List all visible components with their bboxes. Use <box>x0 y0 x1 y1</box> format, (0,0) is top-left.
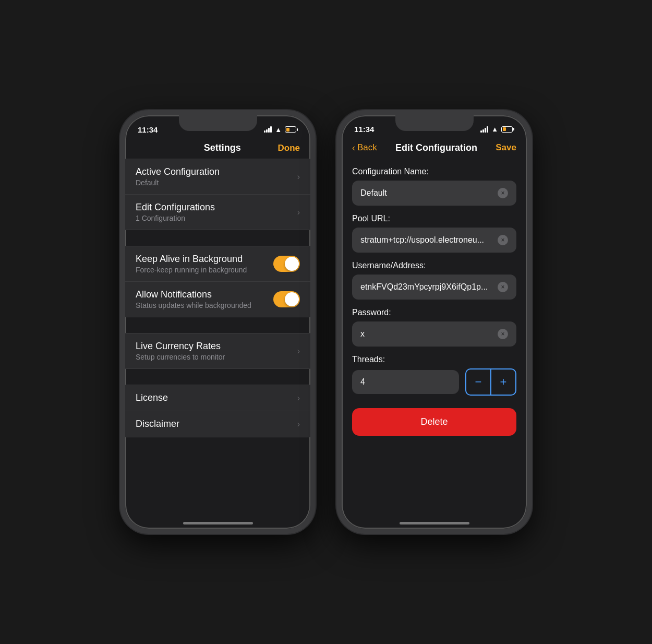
chevron-right-icon: › <box>297 208 300 217</box>
allow-notifications-item: Allow Notifications Status updates while… <box>125 282 310 317</box>
notifications-toggle[interactable] <box>273 291 300 307</box>
live-currency-item[interactable]: Live Currency Rates Setup currencies to … <box>125 333 310 369</box>
notch <box>179 115 257 131</box>
threads-row: 4 − + <box>352 368 516 396</box>
threads-label: Threads: <box>352 355 516 364</box>
item-title: Live Currency Rates <box>136 341 297 352</box>
home-indicator <box>400 522 469 524</box>
page-title: Settings <box>204 142 241 153</box>
active-configuration-item[interactable]: Active Configuration Default › <box>125 159 310 195</box>
settings-group-background: Keep Alive in Background Force-keep runn… <box>125 246 310 317</box>
back-button[interactable]: ‹ Back <box>352 142 377 153</box>
config-name-input[interactable]: Default × <box>352 181 516 206</box>
keep-alive-toggle[interactable] <box>273 256 300 272</box>
pool-url-clear[interactable]: × <box>498 235 508 245</box>
chevron-right-icon: › <box>297 172 300 182</box>
done-button[interactable]: Done <box>277 143 300 153</box>
item-text: Keep Alive in Background Force-keep runn… <box>136 254 273 274</box>
username-value: etnkFVQd23mYpcyrpj9X6ifQp1p... <box>360 282 498 292</box>
password-input[interactable]: x × <box>352 321 516 347</box>
pool-url-value: stratum+tcp://uspool.electroneu... <box>360 235 498 245</box>
item-subtitle: Status updates while backgrounded <box>136 301 273 309</box>
toggle-knob <box>285 257 299 271</box>
spacer <box>125 317 310 333</box>
threads-stepper: − + <box>465 368 516 396</box>
disclaimer-item[interactable]: Disclaimer › <box>125 411 310 437</box>
settings-group-config: Active Configuration Default › Edit Conf… <box>125 159 310 230</box>
item-text: Disclaimer <box>136 419 297 430</box>
edit-configurations-item[interactable]: Edit Configurations 1 Configuration › <box>125 195 310 230</box>
nav-bar: ‹ Back Edit Configuration Save <box>342 138 527 159</box>
page-title: Edit Configuration <box>395 142 477 153</box>
chevron-right-icon: › <box>297 420 300 429</box>
username-clear[interactable]: × <box>498 282 508 292</box>
edit-form: Configuration Name: Default × Pool URL: … <box>342 159 527 529</box>
threads-value: 4 <box>360 377 365 386</box>
config-name-clear[interactable]: × <box>498 188 508 198</box>
wifi-icon: ▲ <box>275 126 282 134</box>
spacer <box>125 369 310 385</box>
phone-settings: 11:34 ▲ Settings Done <box>120 110 316 534</box>
chevron-left-icon: ‹ <box>352 142 355 153</box>
item-subtitle: Default <box>136 178 297 187</box>
spacer <box>125 230 310 246</box>
battery-icon <box>501 126 514 133</box>
chevron-right-icon: › <box>297 347 300 356</box>
license-item[interactable]: License › <box>125 385 310 411</box>
item-subtitle: 1 Configuration <box>136 214 297 222</box>
threads-input[interactable]: 4 <box>352 370 459 394</box>
signal-icon <box>480 126 488 133</box>
config-name-value: Default <box>360 188 498 198</box>
settings-list: Active Configuration Default › Edit Conf… <box>125 159 310 529</box>
item-title: Edit Configurations <box>136 202 297 213</box>
item-text: Edit Configurations 1 Configuration <box>136 202 297 222</box>
item-title: Keep Alive in Background <box>136 254 273 265</box>
pool-url-input[interactable]: stratum+tcp://uspool.electroneu... × <box>352 228 516 253</box>
notch <box>395 115 474 131</box>
username-label: Username/Address: <box>352 261 516 270</box>
save-button[interactable]: Save <box>496 142 516 153</box>
status-icons: ▲ <box>480 125 514 133</box>
toggle-knob <box>285 292 299 306</box>
nav-bar: Settings Done <box>125 138 310 159</box>
increment-button[interactable]: + <box>491 369 515 395</box>
phone-edit-config: 11:34 ▲ ‹ Back Edit Configuration <box>336 110 532 534</box>
item-title: Disclaimer <box>136 419 297 430</box>
password-label: Password: <box>352 308 516 317</box>
battery-icon <box>285 126 298 133</box>
delete-button[interactable]: Delete <box>352 408 516 436</box>
item-title: Active Configuration <box>136 166 297 177</box>
item-subtitle: Setup currencies to monitor <box>136 353 297 361</box>
keep-alive-item: Keep Alive in Background Force-keep runn… <box>125 246 310 282</box>
item-title: License <box>136 392 297 403</box>
username-input[interactable]: etnkFVQd23mYpcyrpj9X6ifQp1p... × <box>352 275 516 300</box>
item-title: Allow Notifications <box>136 289 273 300</box>
pool-url-label: Pool URL: <box>352 214 516 223</box>
item-text: Live Currency Rates Setup currencies to … <box>136 341 297 361</box>
home-indicator <box>183 522 253 524</box>
settings-group-legal: License › Disclaimer › <box>125 385 310 437</box>
time: 11:34 <box>354 125 374 134</box>
time: 11:34 <box>138 125 158 134</box>
item-text: License <box>136 392 297 403</box>
password-clear[interactable]: × <box>498 329 508 339</box>
config-name-label: Configuration Name: <box>352 167 516 176</box>
wifi-icon: ▲ <box>491 125 498 133</box>
signal-icon <box>264 126 272 133</box>
item-text: Active Configuration Default <box>136 166 297 187</box>
item-subtitle: Force-keep running in background <box>136 266 273 274</box>
chevron-right-icon: › <box>297 393 300 403</box>
decrement-button[interactable]: − <box>466 369 490 395</box>
status-icons: ▲ <box>264 126 298 134</box>
back-label: Back <box>357 142 377 153</box>
item-text: Allow Notifications Status updates while… <box>136 289 273 309</box>
settings-group-currency: Live Currency Rates Setup currencies to … <box>125 333 310 369</box>
password-value: x <box>360 329 498 339</box>
